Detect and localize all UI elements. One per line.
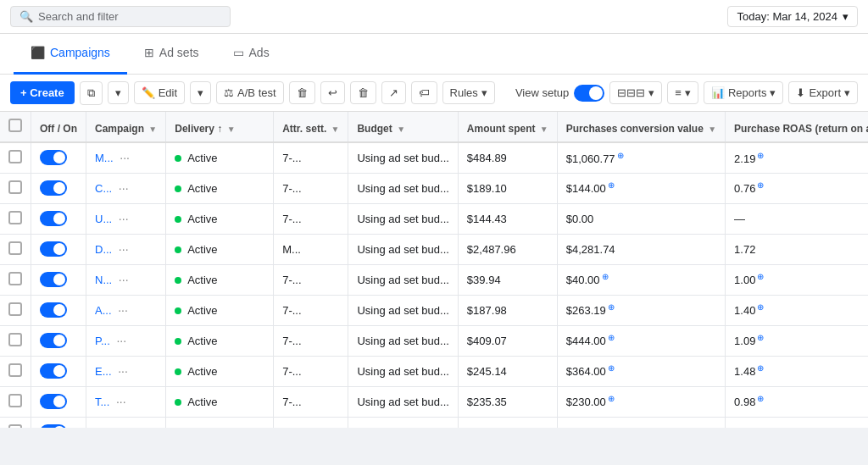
toggle-knob bbox=[53, 213, 65, 224]
row-toggle[interactable] bbox=[40, 211, 67, 226]
delete-button[interactable]: 🗑 bbox=[289, 81, 315, 104]
breakdown-button[interactable]: ≡ ▾ bbox=[667, 81, 698, 104]
preview-button[interactable]: ↗ bbox=[381, 81, 406, 104]
row-checkbox-cell[interactable] bbox=[0, 234, 31, 264]
row-campaign-name[interactable]: D... ··· bbox=[86, 234, 166, 264]
more-options-button[interactable]: ··· bbox=[116, 395, 126, 408]
rules-button[interactable]: Rules ▾ bbox=[442, 81, 495, 104]
row-checkbox-cell[interactable] bbox=[0, 203, 31, 234]
delivery-header[interactable]: Delivery ↑ ▼ bbox=[166, 112, 274, 142]
duplicate-dropdown-button[interactable]: ▾ bbox=[108, 81, 129, 104]
row-toggle[interactable] bbox=[40, 150, 67, 165]
date-picker[interactable]: Today: Mar 14, 2024 ▾ bbox=[727, 6, 858, 27]
ab-test-button[interactable]: ⚖ A/B test bbox=[216, 81, 284, 104]
row-checkbox[interactable] bbox=[8, 180, 22, 194]
export-button[interactable]: ⬇ Export ▾ bbox=[788, 81, 858, 104]
row-toggle-cell[interactable] bbox=[31, 295, 86, 325]
row-toggle[interactable] bbox=[40, 241, 67, 257]
row-campaign-name[interactable]: A... ··· bbox=[86, 295, 166, 325]
row-toggle-cell[interactable] bbox=[31, 417, 86, 428]
row-delivery: Active bbox=[166, 325, 274, 356]
search-bar[interactable]: 🔍 Search and filter bbox=[10, 6, 231, 27]
tag-button[interactable]: 🏷 bbox=[411, 81, 437, 104]
duplicate-button[interactable]: ⧉ bbox=[80, 81, 103, 105]
more-options-button[interactable]: ··· bbox=[119, 242, 129, 256]
row-conv: $230.00⊕ bbox=[557, 386, 725, 417]
row-toggle-cell[interactable] bbox=[31, 234, 86, 264]
row-toggle-cell[interactable] bbox=[31, 356, 86, 386]
row-checkbox[interactable] bbox=[8, 302, 22, 316]
row-toggle[interactable] bbox=[40, 333, 67, 348]
row-spent: $187.98 bbox=[458, 295, 557, 325]
row-toggle-cell[interactable] bbox=[31, 386, 86, 417]
row-campaign-name[interactable]: P... ··· bbox=[86, 325, 166, 356]
row-campaign-name[interactable]: T... ··· bbox=[86, 386, 166, 417]
row-spent: $409.07 bbox=[458, 325, 557, 356]
row-checkbox-cell[interactable] bbox=[0, 264, 31, 295]
row-campaign-name[interactable]: E... ··· bbox=[86, 356, 166, 386]
campaign-header[interactable]: Campaign ▼ bbox=[86, 112, 166, 142]
row-campaign-name[interactable]: U... ··· bbox=[86, 203, 166, 234]
row-checkbox[interactable] bbox=[8, 241, 22, 255]
row-checkbox-cell[interactable] bbox=[0, 356, 31, 386]
more-options-button[interactable]: ··· bbox=[118, 364, 128, 378]
more-options-button[interactable]: ··· bbox=[119, 181, 129, 195]
more-options-button[interactable]: ··· bbox=[116, 334, 126, 347]
row-toggle-cell[interactable] bbox=[31, 325, 86, 356]
row-toggle-cell[interactable] bbox=[31, 264, 86, 295]
row-checkbox[interactable] bbox=[8, 333, 22, 346]
more-options-button[interactable]: ··· bbox=[120, 151, 130, 164]
row-toggle-cell[interactable] bbox=[31, 203, 86, 234]
row-toggle[interactable] bbox=[40, 394, 67, 409]
amount-spent-header[interactable]: Amount spent ▼ bbox=[458, 112, 557, 142]
row-checkbox-cell[interactable] bbox=[0, 142, 31, 173]
table-row: M... ··· Ad sets inactive 7-... Using ad… bbox=[0, 417, 868, 428]
row-checkbox[interactable] bbox=[8, 424, 22, 429]
edit-dropdown-button[interactable]: ▾ bbox=[190, 81, 211, 104]
attr-header[interactable]: Attr. sett. ▼ bbox=[274, 112, 348, 142]
edit-button[interactable]: ✏️ Edit bbox=[134, 81, 185, 104]
row-toggle[interactable] bbox=[40, 180, 67, 196]
roas-header[interactable]: Purchase ROAS (return on ad spend) ▼ bbox=[726, 112, 868, 142]
more-options-button[interactable]: ··· bbox=[120, 425, 130, 428]
more-options-button[interactable]: ··· bbox=[119, 212, 129, 225]
row-checkbox-cell[interactable] bbox=[0, 295, 31, 325]
row-toggle[interactable] bbox=[40, 363, 67, 379]
tab-campaigns[interactable]: ⬛ Campaigns bbox=[14, 34, 127, 75]
row-toggle-cell[interactable] bbox=[31, 173, 86, 203]
row-toggle[interactable] bbox=[40, 302, 67, 318]
undo-button[interactable]: ↩ bbox=[320, 81, 345, 104]
trash2-button[interactable]: 🗑 bbox=[350, 81, 376, 104]
row-toggle-cell[interactable] bbox=[31, 142, 86, 173]
duplicate-icon: ⧉ bbox=[87, 86, 95, 100]
row-checkbox[interactable] bbox=[8, 272, 22, 285]
row-campaign-name[interactable]: N... ··· bbox=[86, 264, 166, 295]
tab-adsets[interactable]: ⊞ Ad sets bbox=[127, 34, 216, 75]
select-all-header[interactable] bbox=[0, 112, 31, 142]
row-campaign-name[interactable]: C... ··· bbox=[86, 173, 166, 203]
columns-button[interactable]: ⊟⊟⊟ ▾ bbox=[609, 81, 662, 104]
row-toggle[interactable] bbox=[40, 424, 67, 429]
more-options-button[interactable]: ··· bbox=[118, 303, 128, 317]
row-campaign-name[interactable]: M... ··· bbox=[86, 417, 166, 428]
select-all-checkbox[interactable] bbox=[8, 119, 22, 132]
row-toggle[interactable] bbox=[40, 272, 67, 287]
tab-ads[interactable]: ▭ Ads bbox=[216, 34, 287, 75]
row-delivery: Active bbox=[166, 203, 274, 234]
row-checkbox[interactable] bbox=[8, 363, 22, 377]
row-checkbox-cell[interactable] bbox=[0, 173, 31, 203]
row-checkbox-cell[interactable] bbox=[0, 386, 31, 417]
create-button[interactable]: + Create bbox=[10, 81, 75, 104]
more-options-button[interactable]: ··· bbox=[119, 273, 129, 286]
purchases-conv-header[interactable]: Purchases conversion value ▼ bbox=[557, 112, 725, 142]
row-checkbox-cell[interactable] bbox=[0, 417, 31, 428]
toggle-knob bbox=[53, 426, 65, 429]
row-checkbox[interactable] bbox=[8, 394, 22, 407]
row-campaign-name[interactable]: M... ··· bbox=[86, 142, 166, 173]
row-checkbox-cell[interactable] bbox=[0, 325, 31, 356]
view-setup-toggle[interactable] bbox=[574, 85, 604, 102]
row-checkbox[interactable] bbox=[8, 150, 22, 163]
budget-header[interactable]: Budget ▼ bbox=[348, 112, 458, 142]
row-checkbox[interactable] bbox=[8, 211, 22, 224]
reports-button[interactable]: 📊 Reports ▾ bbox=[704, 81, 784, 104]
